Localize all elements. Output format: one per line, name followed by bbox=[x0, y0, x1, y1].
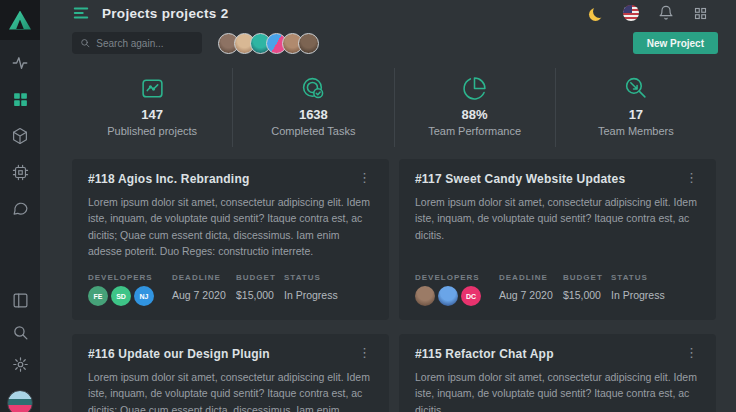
avatar: NJ bbox=[134, 286, 154, 306]
budget-value: $15,000 bbox=[236, 289, 284, 301]
stat-label: Published projects bbox=[72, 125, 232, 137]
user-profile-avatar[interactable] bbox=[7, 390, 33, 412]
target-check-icon bbox=[233, 76, 393, 102]
sidebar bbox=[0, 0, 40, 412]
chat-icon[interactable] bbox=[12, 200, 29, 217]
stat-value: 88% bbox=[395, 107, 555, 122]
moon-icon[interactable] bbox=[593, 5, 606, 18]
avatar bbox=[415, 286, 435, 306]
project-card[interactable]: #118 Agios Inc. Rebranding ⋮ Lorem ipsum… bbox=[72, 159, 389, 320]
stat-value: 147 bbox=[72, 107, 232, 122]
layout-icon[interactable] bbox=[12, 292, 29, 309]
stats-row: 147 Published projects 1638 Completed Ta… bbox=[72, 68, 716, 147]
bell-icon[interactable] bbox=[658, 5, 674, 21]
topbar-actions bbox=[591, 5, 708, 21]
settings-gear-icon[interactable] bbox=[12, 356, 29, 373]
budget-value: $15,000 bbox=[563, 289, 611, 301]
new-project-button[interactable]: New Project bbox=[633, 32, 718, 54]
stat-label: Completed Tasks bbox=[233, 125, 393, 137]
stat-label: Team Members bbox=[556, 125, 716, 137]
project-meta: DEVELOPERS FESDNJ DEADLINE Aug 7 2020 BU… bbox=[88, 259, 373, 306]
column-header: STATUS bbox=[611, 273, 700, 282]
column-header: DEADLINE bbox=[172, 273, 236, 282]
apps-grid-icon[interactable] bbox=[693, 6, 708, 21]
stat-label: Team Performance bbox=[395, 125, 555, 137]
us-flag-icon[interactable] bbox=[623, 5, 639, 21]
column-header: DEVELOPERS bbox=[415, 273, 499, 282]
pie-chart-icon bbox=[395, 76, 555, 102]
cpu-icon[interactable] bbox=[12, 164, 29, 181]
developer-avatars: FESDNJ bbox=[88, 286, 172, 306]
project-card[interactable]: #115 Refactor Chat App ⋮ Lorem ipsum dol… bbox=[399, 334, 716, 412]
menu-icon[interactable] bbox=[72, 4, 90, 22]
stat-team-performance: 88% Team Performance bbox=[394, 68, 555, 147]
project-title: #116 Update our Design Plugin bbox=[88, 347, 270, 361]
chart-square-icon bbox=[72, 76, 232, 102]
page-title: Projects projects 2 bbox=[102, 6, 229, 21]
stat-value: 1638 bbox=[233, 107, 393, 122]
project-card[interactable]: #117 Sweet Candy Website Updates ⋮ Lorem… bbox=[399, 159, 716, 320]
kebab-menu-icon[interactable]: ⋮ bbox=[683, 172, 700, 184]
status-value: In Progress bbox=[611, 289, 700, 301]
kebab-menu-icon[interactable]: ⋮ bbox=[683, 347, 700, 359]
triangle-logo-icon bbox=[9, 11, 31, 30]
app-logo[interactable] bbox=[0, 0, 40, 40]
column-header: BUDGET bbox=[236, 273, 284, 282]
project-title: #115 Refactor Chat App bbox=[415, 347, 554, 361]
activity-icon[interactable] bbox=[11, 54, 29, 72]
project-card[interactable]: #116 Update our Design Plugin ⋮ Lorem ip… bbox=[72, 334, 389, 412]
toolbar: New Project bbox=[40, 22, 736, 54]
avatar: SD bbox=[111, 286, 131, 306]
dashboard-grid-icon[interactable] bbox=[12, 91, 29, 108]
stat-published-projects: 147 Published projects bbox=[72, 68, 232, 147]
sidebar-nav-bottom bbox=[7, 292, 33, 412]
deadline-value: Aug 7 2020 bbox=[172, 289, 236, 301]
kebab-menu-icon[interactable]: ⋮ bbox=[356, 347, 373, 359]
project-meta: DEVELOPERS DC DEADLINE Aug 7 2020 BUDGET… bbox=[415, 259, 700, 306]
status-value: In Progress bbox=[284, 289, 373, 301]
stat-team-members: 17 Team Members bbox=[555, 68, 716, 147]
avatar: FE bbox=[88, 286, 108, 306]
project-description: Lorem ipsum dolor sit amet, consectetur … bbox=[415, 369, 700, 412]
project-description: Lorem ipsum dolor sit amet, consectetur … bbox=[88, 194, 373, 259]
column-header: BUDGET bbox=[563, 273, 611, 282]
column-header: DEVELOPERS bbox=[88, 273, 172, 282]
package-icon[interactable] bbox=[11, 127, 29, 145]
main-area: Projects projects 2 New Project 147 Publ… bbox=[40, 0, 736, 412]
column-header: STATUS bbox=[284, 273, 373, 282]
avatar bbox=[438, 286, 458, 306]
team-avatars bbox=[218, 33, 319, 54]
sidebar-nav-top bbox=[11, 54, 29, 217]
stat-completed-tasks: 1638 Completed Tasks bbox=[232, 68, 393, 147]
kebab-menu-icon[interactable]: ⋮ bbox=[356, 172, 373, 184]
search-icon bbox=[80, 37, 90, 49]
project-title: #118 Agios Inc. Rebranding bbox=[88, 172, 249, 186]
avatar[interactable] bbox=[298, 33, 319, 54]
avatar: DC bbox=[461, 286, 481, 306]
project-cards: #118 Agios Inc. Rebranding ⋮ Lorem ipsum… bbox=[72, 159, 716, 412]
search-arrow-icon bbox=[556, 76, 716, 102]
deadline-value: Aug 7 2020 bbox=[499, 289, 563, 301]
stat-value: 17 bbox=[556, 107, 716, 122]
search-icon[interactable] bbox=[12, 324, 29, 341]
project-description: Lorem ipsum dolor sit amet, consectetur … bbox=[88, 369, 373, 412]
developer-avatars: DC bbox=[415, 286, 499, 306]
search-input[interactable] bbox=[96, 38, 194, 49]
project-description: Lorem ipsum dolor sit amet, consectetur … bbox=[415, 194, 700, 243]
search-box[interactable] bbox=[72, 32, 202, 54]
topbar: Projects projects 2 bbox=[40, 0, 736, 22]
project-title: #117 Sweet Candy Website Updates bbox=[415, 172, 625, 186]
column-header: DEADLINE bbox=[499, 273, 563, 282]
